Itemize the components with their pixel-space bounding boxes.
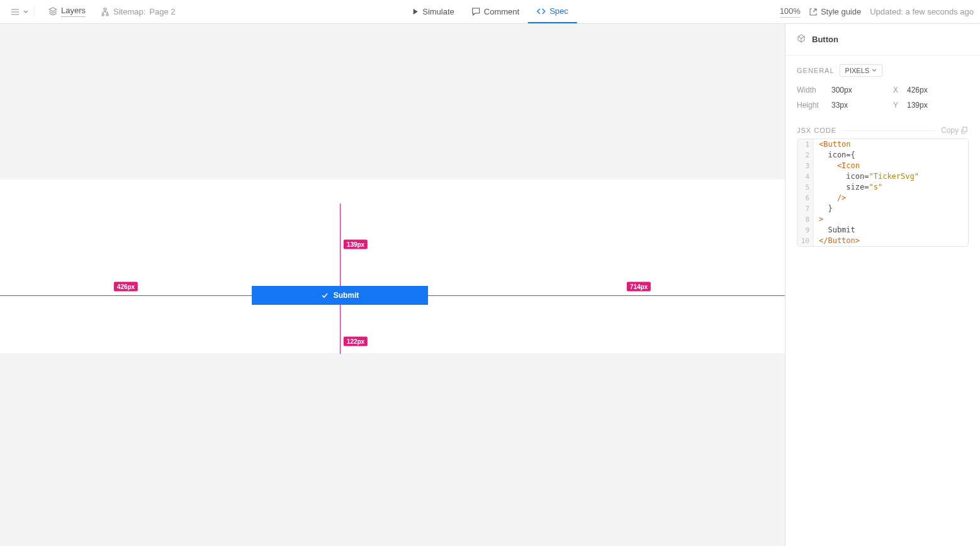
zoom-level[interactable]: 100% — [780, 6, 801, 18]
code-icon — [537, 8, 546, 15]
height-value: 33px — [831, 101, 893, 110]
measure-right: 714px — [627, 282, 651, 292]
guide-horizontal — [428, 295, 785, 296]
layers-icon — [48, 7, 57, 16]
canvas[interactable]: 426px 139px 714px 122px Submit — [0, 24, 785, 546]
dimensions-grid: Width 300px X 426px Height 33px Y 139px — [797, 86, 969, 110]
comment-icon — [472, 8, 480, 16]
layers-label: Layers — [61, 6, 86, 16]
topbar-tabs: Simulate Comment Spec — [403, 0, 577, 23]
code-header: JSX CODE Copy — [786, 118, 980, 139]
tab-spec[interactable]: Spec — [528, 0, 577, 23]
updated-text: Updated: a few seconds ago — [870, 7, 974, 16]
guide-vertical — [340, 203, 341, 286]
check-icon — [321, 292, 329, 299]
sidebar-header: Button — [786, 24, 980, 55]
guide-vertical — [340, 305, 341, 354]
copy-icon — [961, 127, 969, 134]
guide-horizontal — [0, 295, 252, 296]
sitemap-breadcrumb[interactable]: Sitemap: Page 2 — [97, 7, 179, 16]
submit-button-label: Submit — [334, 291, 359, 300]
topbar: Layers Sitemap: Page 2 Simulate Comment … — [0, 0, 980, 24]
measure-bottom: 122px — [344, 337, 368, 346]
topbar-left: Layers Sitemap: Page 2 — [6, 6, 179, 18]
spec-sidebar: Button GENERAL PIXELS Width 300px X 426p… — [785, 24, 980, 546]
chevron-down-icon — [872, 68, 877, 73]
copy-code-button[interactable]: Copy — [941, 126, 969, 135]
tab-simulate[interactable]: Simulate — [403, 0, 463, 23]
styleguide-link[interactable]: Style guide — [809, 7, 861, 16]
code-box[interactable]: 1<Button 2 icon={ 3 <Icon 4 icon="Ticker… — [797, 139, 969, 247]
topbar-right: 100% Style guide Updated: a few seconds … — [780, 6, 974, 18]
x-value: 426px — [907, 86, 969, 94]
chevron-down-icon — [23, 9, 29, 15]
general-label: GENERAL — [797, 67, 835, 74]
unit-select[interactable]: PIXELS — [840, 64, 883, 77]
element-type-icon — [797, 34, 806, 45]
tab-comment[interactable]: Comment — [463, 0, 528, 23]
external-icon — [809, 8, 817, 16]
menu-icon — [11, 9, 20, 15]
measure-top: 139px — [344, 240, 368, 249]
width-value: 300px — [831, 86, 893, 94]
play-icon — [412, 8, 419, 15]
element-name: Button — [812, 35, 838, 44]
sitemap-icon — [101, 8, 110, 16]
general-section: GENERAL PIXELS Width 300px X 426px Heigh… — [786, 55, 980, 118]
sitemap-label: Sitemap: — [113, 7, 145, 16]
measure-left: 426px — [114, 282, 138, 292]
main-menu-button[interactable] — [6, 6, 35, 18]
sitemap-page: Page 2 — [149, 7, 175, 16]
submit-button[interactable]: Submit — [252, 286, 428, 305]
layers-toggle[interactable]: Layers — [42, 6, 92, 16]
y-value: 139px — [907, 101, 969, 110]
artboard — [0, 179, 785, 353]
